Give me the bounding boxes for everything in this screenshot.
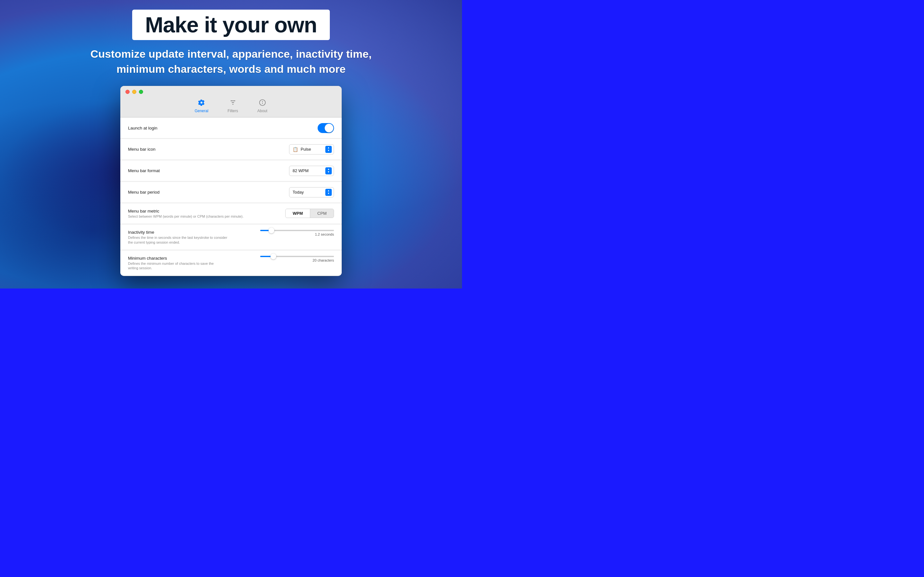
tab-general-label: General	[195, 109, 208, 113]
maximize-button[interactable]	[139, 90, 143, 94]
main-content: Make it your own Customize update interv…	[0, 0, 462, 276]
tab-general[interactable]: General	[185, 97, 218, 117]
arrow-down: ▼	[327, 149, 330, 152]
close-button[interactable]	[126, 90, 129, 94]
menu-bar-icon-label: Menu bar icon	[128, 147, 156, 152]
menu-bar-format-label: Menu bar format	[128, 168, 160, 173]
svg-point-4	[232, 102, 233, 103]
title-bar: General Filters	[120, 86, 342, 117]
svg-point-3	[231, 100, 232, 101]
cpm-button[interactable]: CPM	[310, 209, 334, 218]
setting-menu-bar-icon: Menu bar icon 📋 Pulse ▲ ▼	[120, 139, 342, 160]
pulse-icon: 📋	[292, 147, 298, 152]
preferences-window: General Filters	[120, 86, 342, 276]
setting-left: Launch at login	[128, 126, 158, 131]
menu-bar-metric-segmented: WPM CPM	[285, 209, 334, 218]
arrow-up: ▲	[327, 168, 330, 171]
tab-bar: General Filters	[185, 97, 277, 117]
minimum-chars-slider-value: 20 characters	[312, 258, 334, 262]
minimum-chars-slider-track[interactable]	[260, 256, 334, 257]
setting-left: Inactivity time Defines the time in seco…	[128, 230, 227, 245]
tab-filters-label: Filters	[228, 109, 238, 113]
setting-menu-bar-format: Menu bar format 82 WPM ▲ ▼	[120, 161, 342, 181]
dropdown-arrows: ▲ ▼	[325, 189, 332, 196]
minimum-characters-label: Minimum characters	[128, 256, 214, 261]
gear-icon	[198, 99, 205, 107]
inactivity-slider-container: 1.2 seconds	[260, 230, 334, 236]
menu-bar-icon-dropdown[interactable]: 📋 Pulse ▲ ▼	[289, 144, 334, 155]
minimize-button[interactable]	[132, 90, 136, 94]
setting-left: Menu bar metric Select between WPM (word…	[128, 209, 244, 219]
menu-bar-period-dropdown[interactable]: Today ▲ ▼	[289, 187, 334, 197]
setting-left: Menu bar period	[128, 190, 160, 195]
settings-body: Launch at login Menu bar icon 📋 Pulse ▲ …	[120, 118, 342, 276]
tab-filters[interactable]: Filters	[218, 97, 248, 117]
inactivity-slider-value: 1.2 seconds	[315, 232, 334, 236]
launch-at-login-toggle[interactable]	[318, 123, 334, 133]
setting-menu-bar-metric: Menu bar metric Select between WPM (word…	[120, 203, 342, 224]
arrow-up: ▲	[327, 189, 330, 192]
setting-inactivity-time: Inactivity time Defines the time in seco…	[120, 225, 342, 250]
minimum-chars-slider-thumb[interactable]	[270, 253, 276, 259]
info-icon	[259, 99, 266, 107]
setting-left: Minimum characters Defines the minimum n…	[128, 256, 214, 271]
launch-at-login-label: Launch at login	[128, 126, 158, 131]
inactivity-slider-thumb[interactable]	[268, 227, 274, 234]
main-headline: Make it your own	[145, 13, 317, 37]
setting-launch-at-login: Launch at login	[120, 118, 342, 139]
menu-bar-period-label: Menu bar period	[128, 190, 160, 195]
setting-left: Menu bar format	[128, 168, 160, 173]
menu-bar-icon-value: Pulse	[300, 147, 324, 152]
headline-box: Make it your own	[132, 10, 330, 40]
dropdown-arrows: ▲ ▼	[325, 146, 332, 153]
traffic-lights	[126, 90, 143, 94]
tab-about-label: About	[257, 109, 267, 113]
inactivity-time-label: Inactivity time	[128, 230, 227, 235]
menu-bar-format-dropdown[interactable]: 82 WPM ▲ ▼	[289, 166, 334, 176]
filters-icon	[229, 99, 236, 107]
tab-about[interactable]: About	[248, 97, 277, 117]
svg-point-5	[234, 100, 235, 101]
arrow-up: ▲	[327, 147, 330, 149]
menu-bar-period-value: Today	[292, 190, 324, 195]
setting-left: Menu bar icon	[128, 147, 156, 152]
inactivity-slider-track[interactable]	[260, 230, 334, 231]
menu-bar-format-value: 82 WPM	[292, 168, 324, 173]
minimum-characters-sublabel: Defines the minimum number of characters…	[128, 261, 214, 271]
dropdown-arrows: ▲ ▼	[325, 167, 332, 174]
minimum-chars-slider-container: 20 characters	[260, 256, 334, 262]
menu-bar-metric-sublabel: Select between WPM (words per minute) or…	[128, 214, 244, 219]
subtitle-text: Customize update interval, apparience, i…	[90, 47, 372, 77]
arrow-down: ▼	[327, 171, 330, 173]
setting-minimum-characters: Minimum characters Defines the minimum n…	[120, 251, 342, 276]
inactivity-time-sublabel: Defines the time in seconds since the la…	[128, 235, 227, 245]
arrow-down: ▼	[327, 192, 330, 195]
menu-bar-metric-label: Menu bar metric	[128, 209, 244, 213]
wpm-button[interactable]: WPM	[286, 209, 310, 218]
setting-menu-bar-period: Menu bar period Today ▲ ▼	[120, 182, 342, 203]
